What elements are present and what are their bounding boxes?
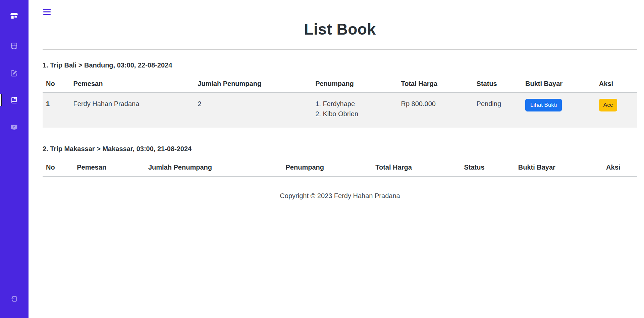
col-header-status: Status	[473, 76, 522, 93]
display-play-icon	[10, 123, 18, 132]
sidebar-item-store[interactable]	[10, 11, 18, 20]
footer: Copyright © 2023 Ferdy Hahan Pradana	[43, 192, 637, 200]
cell-aksi: Acc	[596, 93, 637, 128]
sidebar-item-edit[interactable]	[10, 69, 18, 78]
acc-button[interactable]: Acc	[599, 99, 617, 111]
cell-no: 1	[43, 93, 70, 128]
title-divider	[43, 49, 637, 50]
col-header-no: No	[43, 76, 70, 93]
passenger-name: 2. Kibo Obrien	[315, 109, 394, 119]
trip-section-2: 2. Trip Makassar > Makassar, 03:00, 21-0…	[43, 145, 637, 177]
trip-heading: 1. Trip Bali > Bandung, 03:00, 22-08-202…	[43, 61, 637, 69]
col-header-pemesan: Pemesan	[73, 160, 145, 176]
page-title: List Book	[43, 20, 637, 38]
sidebar-item-display[interactable]	[10, 123, 18, 132]
sidebar-item-logout[interactable]	[10, 294, 18, 303]
booking-table-2: No Pemesan Jumlah Penumpang Penumpang To…	[43, 160, 637, 177]
col-header-jumlah-penumpang: Jumlah Penumpang	[194, 76, 312, 93]
cell-status: Pending	[473, 93, 522, 128]
col-header-bukti-bayar: Bukti Bayar	[515, 160, 603, 176]
table-header-row: No Pemesan Jumlah Penumpang Penumpang To…	[43, 76, 637, 93]
col-header-penumpang: Penumpang	[312, 76, 397, 93]
tooltip-fragment	[0, 94, 2, 106]
sidebar-item-bus[interactable]	[10, 42, 18, 50]
col-header-aksi: Aksi	[603, 160, 637, 176]
col-header-total-harga: Total Harga	[372, 160, 461, 176]
logout-icon	[10, 294, 18, 303]
lihat-bukti-button[interactable]: Lihat Bukti	[525, 99, 562, 111]
col-header-jumlah-penumpang: Jumlah Penumpang	[145, 160, 282, 176]
table-row: 1 Ferdy Hahan Pradana 2 1. Ferdyhape 2. …	[43, 93, 637, 128]
col-header-penumpang: Penumpang	[282, 160, 372, 176]
cell-total-harga: Rp 800.000	[397, 93, 473, 128]
booking-table-1: No Pemesan Jumlah Penumpang Penumpang To…	[43, 76, 637, 128]
sidebar-item-book[interactable]	[10, 96, 18, 104]
cell-pemesan: Ferdy Hahan Pradana	[70, 93, 195, 128]
col-header-aksi: Aksi	[596, 76, 637, 93]
trip-section-1: 1. Trip Bali > Bandung, 03:00, 22-08-202…	[43, 61, 637, 128]
cell-penumpang: 1. Ferdyhape 2. Kibo Obrien	[312, 93, 397, 128]
trip-heading: 2. Trip Makassar > Makassar, 03:00, 21-0…	[43, 145, 637, 153]
cell-bukti-bayar: Lihat Bukti	[522, 93, 596, 128]
table-header-row: No Pemesan Jumlah Penumpang Penumpang To…	[43, 160, 637, 176]
cell-jumlah-penumpang: 2	[194, 93, 312, 128]
bus-icon	[10, 42, 18, 50]
col-header-status: Status	[461, 160, 515, 176]
sidebar	[0, 0, 29, 318]
col-header-bukti-bayar: Bukti Bayar	[522, 76, 596, 93]
store-icon	[10, 11, 18, 20]
col-header-pemesan: Pemesan	[70, 76, 195, 93]
col-header-no: No	[43, 160, 73, 176]
book-icon	[10, 96, 18, 104]
edit-icon	[10, 69, 18, 78]
col-header-total-harga: Total Harga	[397, 76, 473, 93]
passenger-name: 1. Ferdyhape	[315, 99, 394, 109]
copyright-text: Copyright © 2023 Ferdy Hahan Pradana	[280, 192, 400, 199]
main-content: List Book 1. Trip Bali > Bandung, 03:00,…	[29, 0, 644, 318]
